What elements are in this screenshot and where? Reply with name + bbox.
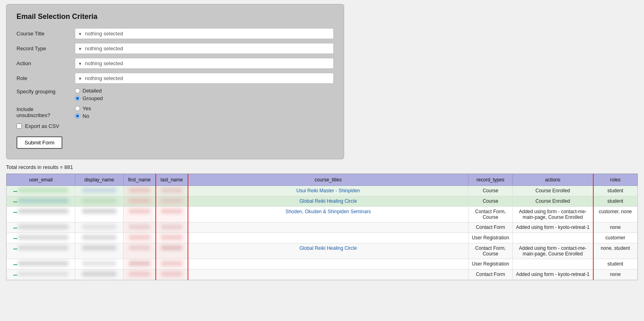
grouping-row: Specify grouping Detailed Grouped [17,88,334,101]
role-select[interactable]: nothing selected [75,73,334,84]
course-title-select-wrapper: nothing selected [75,28,334,39]
cell-actions: Added using form - contact-me-main-page,… [513,243,593,259]
cell-user-email [7,270,75,280]
export-csv-checkbox[interactable] [17,123,22,129]
course-title-label: Course Title [17,31,75,37]
submit-button[interactable]: Submit Form [17,136,62,149]
cell-roles: customer [593,233,638,243]
cell-user-email [7,233,75,243]
action-label: Action [17,60,75,66]
cell-display-name [75,186,124,196]
grouping-grouped-option[interactable]: Grouped [75,95,103,101]
col-header-actions: actions [513,174,593,186]
cell-roles: customer, none [593,207,638,222]
record-type-select[interactable]: nothing selected [75,43,334,54]
unsubscribes-label: Includeunsubscribes? [17,105,75,118]
cell-actions: Added using form - kyoto-retreat-1 [513,222,593,233]
grouping-detailed-radio[interactable] [75,88,80,93]
cell-last-name [156,259,188,270]
col-header-record-types: record_types [469,174,513,186]
table-row: User Registrationcustomer [7,233,638,243]
cell-display-name [75,270,124,280]
table-row: Usui Reiki Master - ShinpidenCourseCours… [7,186,638,196]
cell-record-types: User Registration [469,259,513,270]
course-title-select[interactable]: nothing selected [75,28,334,39]
cell-first-name [124,222,156,233]
role-row: Role nothing selected [17,73,334,84]
cell-display-name [75,259,124,270]
cell-last-name [156,233,188,243]
unsubscribes-yes-radio[interactable] [75,106,80,111]
action-select-wrapper: nothing selected [75,58,334,69]
page-wrapper: Email Selection Criteria Course Title no… [0,0,644,284]
table-row: Shoden, Okuden & Shinpiden SeminarsConta… [7,207,638,222]
action-select[interactable]: nothing selected [75,58,334,69]
table-row: User Registrationstudent [7,259,638,270]
cell-user-email [7,243,75,259]
cell-first-name [124,186,156,196]
results-table-wrapper: user_email display_name first_name last_… [6,173,638,280]
cell-record-types: Contact Form [469,270,513,280]
cell-roles: student [593,259,638,270]
cell-record-types: Course [469,186,513,196]
cell-record-types: User Registration [469,233,513,243]
cell-first-name [124,196,156,207]
cell-user-email [7,259,75,270]
criteria-panel: Email Selection Criteria Course Title no… [6,4,344,159]
cell-roles: none [593,270,638,280]
cell-actions: Course Enrolled [513,186,593,196]
col-header-last-name: last_name [156,174,188,186]
cell-first-name [124,270,156,280]
cell-roles: student [593,196,638,207]
grouping-grouped-radio[interactable] [75,96,80,101]
cell-actions: Course Enrolled [513,196,593,207]
cell-record-types: Contact Form [469,222,513,233]
table-row: Contact FormAdded using form - kyoto-ret… [7,222,638,233]
cell-record-types: Contact Form, Course [469,207,513,222]
grouping-grouped-label: Grouped [83,95,103,101]
table-header-row: user_email display_name first_name last_… [7,174,638,186]
table-row: Global Reiki Healing CircleCourseCourse … [7,196,638,207]
cell-first-name [124,233,156,243]
grouping-detailed-option[interactable]: Detailed [75,88,103,94]
grouping-options: Detailed Grouped [75,88,103,101]
cell-course-titles [188,222,469,233]
cell-roles: student [593,186,638,196]
cell-user-email [7,222,75,233]
results-table: user_email display_name first_name last_… [6,174,638,280]
unsubscribes-yes-label: Yes [83,105,91,111]
course-title-row: Course Title nothing selected [17,28,334,39]
unsubscribes-no-option[interactable]: No [75,113,91,119]
cell-course-titles [188,233,469,243]
col-header-user-email: user_email [7,174,75,186]
col-header-roles: roles [593,174,638,186]
cell-last-name [156,186,188,196]
cell-record-types: Course [469,196,513,207]
export-csv-row: Export as CSV [17,123,334,129]
unsubscribes-no-label: No [83,113,89,119]
cell-user-email [7,186,75,196]
cell-actions: Added using form - contact-me-main-page,… [513,207,593,222]
cell-course-titles: Usui Reiki Master - Shinpiden [188,186,469,196]
unsubscribes-no-radio[interactable] [75,113,80,119]
cell-last-name [156,207,188,222]
export-csv-label[interactable]: Export as CSV [25,123,59,129]
cell-last-name [156,222,188,233]
cell-course-titles: Global Reiki Healing Circle [188,243,469,259]
cell-roles: none [593,222,638,233]
cell-last-name [156,243,188,259]
cell-roles: none, student [593,243,638,259]
record-type-row: Record Type nothing selected [17,43,334,54]
cell-display-name [75,222,124,233]
cell-first-name [124,259,156,270]
panel-title: Email Selection Criteria [17,12,334,21]
grouping-detailed-label: Detailed [83,88,102,94]
cell-last-name [156,196,188,207]
grouping-label: Specify grouping [17,88,75,95]
unsubscribes-yes-option[interactable]: Yes [75,105,91,111]
cell-display-name [75,243,124,259]
cell-display-name [75,233,124,243]
cell-last-name [156,270,188,280]
cell-user-email [7,207,75,222]
col-header-course-titles: course_titles [188,174,469,186]
